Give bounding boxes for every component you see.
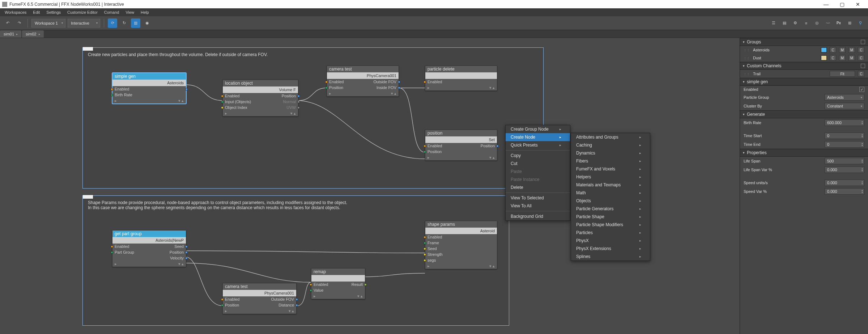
group-row-dust[interactable]: ⋮⋮ Dust C M M C	[740, 54, 868, 62]
ctx-paste: Paste	[506, 168, 570, 176]
node-camera-test-2[interactable]: camera test PhysCamera001 EnabledOutside…	[222, 283, 297, 314]
link-icon[interactable]: ⚲	[856, 19, 864, 27]
sub-fumefx-voxels[interactable]: FumeFX and Voxels▸	[571, 165, 650, 173]
time-start-field[interactable]: 0▲▼	[825, 132, 864, 139]
target-icon[interactable]: ◎	[813, 19, 821, 27]
sub-caching[interactable]: Caching▸	[571, 141, 650, 149]
menu-workspaces[interactable]: Workspaces	[1, 9, 30, 16]
sub-fibers[interactable]: Fibers▸	[571, 157, 650, 165]
context-menu[interactable]: Create Group Node▸ Create Node▸ Quick Pr…	[505, 125, 570, 221]
columns-icon[interactable]: ▥	[131, 18, 140, 28]
node-simple-gen[interactable]: simple gen Asteroids Enabled Birth Rate …	[112, 73, 186, 104]
sphere-icon[interactable]: ◉	[142, 18, 152, 28]
node-camera-test[interactable]: camera test PhysCamera001 EnabledOutside…	[327, 65, 399, 97]
list-icon[interactable]: ☰	[770, 19, 778, 27]
node-canvas[interactable]: Create new particles and place them thro…	[0, 38, 740, 334]
section-generate[interactable]: ▾Generate	[740, 110, 868, 118]
maximize-button[interactable]: ▢	[834, 0, 850, 8]
tab-sim01[interactable]: sim01▸	[0, 30, 21, 38]
sub-splines[interactable]: Splines▸	[571, 253, 650, 261]
grid-icon[interactable]: ⊞	[846, 19, 854, 27]
window-title: FumeFX 6.5 Commercial | FFX NodeWorks001…	[9, 2, 818, 7]
sub-materials-texmaps[interactable]: Materials and Texmaps▸	[571, 181, 650, 189]
close-button[interactable]: ✕	[850, 0, 866, 8]
page-icon[interactable]: ▤	[780, 19, 788, 27]
sub-particles[interactable]: Particles▸	[571, 229, 650, 237]
group-note-1: Create new particles and place them thro…	[88, 52, 268, 57]
node-get-part-group[interactable]: get part group Asteroids|NewP EnabledSee…	[112, 230, 186, 267]
node-remap[interactable]: remap EnabledResult Value ▸▾ ▴	[311, 268, 365, 299]
birth-rate-field[interactable]: 600.000▲▼	[825, 119, 864, 126]
time-end-label: Time End	[744, 142, 822, 147]
particle-group-label: Particle Group	[744, 95, 822, 100]
sub-helpers[interactable]: Helpers▸	[571, 173, 650, 181]
context-submenu[interactable]: Attributes and Groups▸ Caching▸ Dynamics…	[571, 133, 650, 261]
ctx-create-group-node[interactable]: Create Group Node▸	[506, 125, 570, 133]
speed-var-field[interactable]: 0.000▲▼	[825, 188, 864, 195]
enabled-checkbox[interactable]: ✓	[859, 87, 864, 92]
sub-particle-generators[interactable]: Particle Generators▸	[571, 205, 650, 213]
tab-sim02[interactable]: sim02▸	[22, 30, 43, 38]
menu-customize-editor[interactable]: Customize Editor	[64, 9, 101, 16]
menu-comand[interactable]: Comand	[101, 9, 123, 16]
sim-tabs: sim01▸ sim02▸	[0, 30, 868, 38]
menu-help[interactable]: Help	[137, 9, 152, 16]
life-span-field[interactable]: 500▲▼	[825, 158, 864, 164]
node-location-object[interactable]: location object Volume F EnabledPosition…	[222, 80, 298, 117]
group-handle[interactable]	[83, 47, 93, 51]
ctx-cut[interactable]: Cut	[506, 160, 570, 168]
menu-settings[interactable]: Settings	[43, 9, 64, 16]
node-particle-delete[interactable]: particle delete Enabled ▸▾ ▴	[425, 65, 497, 91]
undo-button[interactable]: ↶	[3, 18, 12, 28]
ctx-quick-presets[interactable]: Quick Presets▸	[506, 141, 570, 149]
group-handle[interactable]	[83, 195, 93, 199]
gear-icon[interactable]: ⚙	[791, 19, 799, 27]
node-position[interactable]: position Set EnabledPosition Position ▸▾…	[425, 130, 497, 161]
group-note-2: Shape Params node provide procedural, no…	[88, 200, 347, 210]
redo-button[interactable]: ↷	[14, 18, 24, 28]
cluster-by-dropdown[interactable]: Constant	[825, 103, 864, 109]
life-span-label: Life Span	[744, 159, 822, 163]
speed-field[interactable]: 0.000▲▼	[825, 179, 864, 186]
particle-group-dropdown[interactable]: Asteroids	[825, 94, 864, 101]
ctx-delete[interactable]: Delete	[506, 183, 570, 191]
sub-particle-shape[interactable]: Particle Shape▸	[571, 213, 650, 221]
app-icon	[2, 2, 7, 7]
section-node-simple-gen[interactable]: ▾simple gen	[740, 78, 868, 86]
life-span-var-field[interactable]: 0.000▲▼	[825, 166, 864, 173]
ctx-view-to-all[interactable]: View To All	[506, 202, 570, 210]
time-end-field[interactable]: 0▲▼	[825, 141, 864, 148]
section-properties[interactable]: ▾Properties	[740, 149, 868, 157]
ctx-create-node[interactable]: Create Node▸	[506, 133, 570, 141]
loop-icon[interactable]: ↻	[119, 18, 129, 28]
sub-physx-extensions[interactable]: PhysX Extensions▸	[571, 245, 650, 253]
sub-objects[interactable]: Objects▸	[571, 197, 650, 205]
birth-rate-label: Birth Rate	[744, 121, 822, 125]
wave-icon[interactable]: 〰	[824, 19, 832, 27]
section-custom-channels[interactable]: ▾Custom Channels	[740, 62, 868, 70]
node-shape-params[interactable]: shape params Asteroid Enabled Frame Seed…	[425, 221, 497, 269]
stack-icon[interactable]: ≡	[802, 19, 810, 27]
section-groups[interactable]: ▾Groups	[740, 38, 868, 46]
sub-physx[interactable]: PhysX▸	[571, 237, 650, 245]
toolbar: ↶ ↷ Workspace 1 Interactive ⟳ ↻ ▥ ◉ ☰ ▤ …	[0, 16, 868, 30]
sub-math[interactable]: Math▸	[571, 189, 650, 197]
px-icon[interactable]: Px	[835, 19, 843, 27]
sub-particle-shape-modifiers[interactable]: Particle Shape Modifiers▸	[571, 221, 650, 229]
minimize-button[interactable]: —	[818, 0, 834, 8]
speed-var-label: Speed Var %	[744, 189, 822, 194]
group-row-asteroids[interactable]: ⋮⋮ Asteroids C M M C	[740, 46, 868, 54]
custom-row-trail[interactable]: ⋮⋮ Trail Flt C	[740, 70, 868, 78]
menu-view[interactable]: View	[122, 9, 137, 16]
sub-dynamics[interactable]: Dynamics▸	[571, 149, 650, 157]
ctx-view-to-selected[interactable]: View To Selected	[506, 194, 570, 202]
refresh-icon[interactable]: ⟳	[108, 18, 117, 28]
ctx-copy[interactable]: Copy	[506, 152, 570, 160]
mode-dropdown[interactable]: Interactive	[68, 19, 100, 28]
inspector-panel: ▾Groups ⋮⋮ Asteroids C M M C ⋮⋮ Dust C M…	[740, 38, 868, 334]
sub-attributes-groups[interactable]: Attributes and Groups▸	[571, 133, 650, 141]
workspace-dropdown[interactable]: Workspace 1	[31, 19, 65, 28]
ctx-background-grid[interactable]: Background Grid	[506, 212, 570, 220]
speed-label: Speed units/s	[744, 181, 822, 185]
menu-edit[interactable]: Edit	[30, 9, 43, 16]
